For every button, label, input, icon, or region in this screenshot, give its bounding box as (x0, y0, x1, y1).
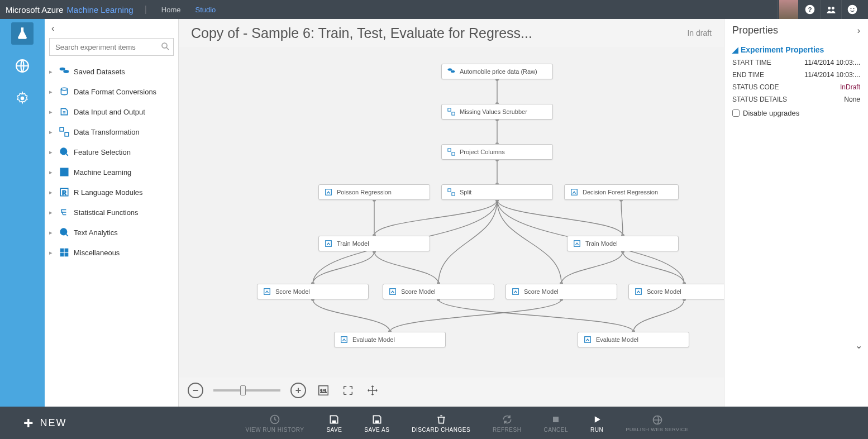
run-button[interactable]: RUN (590, 413, 603, 433)
category-label: Text Analytics (74, 228, 118, 237)
rail-experiments-icon[interactable] (11, 22, 34, 45)
category-label: Data Format Conversions (74, 88, 156, 96)
category-label: Data Transformation (74, 128, 140, 136)
chevron-right-icon: ▸ (49, 68, 55, 75)
category-icon (59, 127, 69, 137)
svg-rect-83 (332, 420, 336, 423)
nav-home[interactable]: Home (158, 6, 184, 14)
node-train-2[interactable]: Train Model (567, 236, 679, 251)
palette-category[interactable]: ▸Data Transformation (49, 122, 174, 142)
palette-category[interactable]: ▸Statistical Functions (49, 202, 174, 222)
palette-category[interactable]: ▸Machine Learning (49, 162, 174, 182)
node-dataset[interactable]: Automobile price data (Raw) (441, 64, 553, 79)
globe-icon (652, 414, 663, 426)
ml-icon (573, 240, 581, 247)
node-score-3[interactable]: Score Model (505, 284, 617, 299)
pan-button[interactable] (365, 383, 380, 398)
brand-divider: | (145, 4, 147, 15)
search-icon[interactable] (160, 41, 170, 54)
node-split[interactable]: Split (441, 184, 553, 200)
node-evaluate-1[interactable]: Evaluate Model (334, 332, 446, 347)
search-input[interactable] (49, 38, 174, 56)
nav-studio[interactable]: Studio (192, 6, 219, 14)
palette-category[interactable]: ▸Data Input and Output (49, 102, 174, 122)
node-score-4[interactable]: Score Model (628, 284, 724, 299)
category-label: Saved Datasets (74, 68, 125, 76)
new-button[interactable]: +NEW (23, 413, 67, 432)
category-label: Data Input and Output (74, 108, 145, 116)
category-label: Miscellaneous (74, 249, 120, 257)
ml-icon (512, 288, 519, 295)
zoom-slider[interactable] (213, 389, 280, 392)
properties-panel: Properties › ◢Experiment Properties STAR… (724, 19, 868, 407)
view-run-history-button[interactable]: VIEW RUN HISTORY (246, 413, 304, 433)
brand-microsoft: Microsoft Azure (6, 5, 63, 15)
experiment-title[interactable]: Copy of - Sample 6: Train, Test, Evaluat… (191, 25, 532, 41)
node-score-1[interactable]: Score Model (257, 284, 369, 299)
refresh-button[interactable]: REFRESH (493, 413, 521, 433)
properties-expand-icon[interactable]: › (857, 26, 860, 36)
chevron-right-icon: ▸ (49, 229, 55, 236)
properties-section-header[interactable]: ◢Experiment Properties (732, 45, 860, 54)
node-poisson[interactable]: Poisson Regression (318, 184, 430, 200)
prop-details-value: None (844, 96, 860, 103)
palette-category[interactable]: ▸Text Analytics (49, 222, 174, 242)
prop-end-value: 11/4/2014 10:03:... (804, 71, 860, 79)
svg-point-4 (847, 5, 857, 15)
disable-upgrades-label: Disable upgrades (743, 109, 799, 117)
prop-start-key: START TIME (732, 59, 771, 66)
ml-icon (570, 188, 578, 196)
zoom-fit-button[interactable] (341, 383, 355, 398)
svg-point-6 (853, 8, 854, 9)
save-button[interactable]: SAVE (326, 413, 342, 433)
svg-point-3 (831, 7, 834, 9)
svg-rect-22 (60, 253, 64, 256)
team-icon[interactable] (820, 0, 841, 19)
palette-category[interactable]: ▸Miscellaneous (49, 242, 174, 263)
svg-rect-21 (65, 249, 68, 252)
palette-category[interactable]: ▸Data Format Conversions (49, 82, 174, 102)
ml-icon (325, 240, 332, 247)
svg-point-63 (451, 70, 455, 73)
rail-web-icon[interactable] (11, 55, 34, 77)
svg-text:R: R (62, 190, 66, 196)
save-as-button[interactable]: SAVE AS (364, 413, 389, 433)
node-score-2[interactable]: Score Model (383, 284, 494, 299)
palette-category[interactable]: ▸Feature Selection (49, 142, 174, 162)
dataset-icon (447, 68, 455, 75)
stop-icon (550, 413, 561, 426)
experiment-canvas[interactable]: Automobile price data (Raw) Missing Valu… (179, 47, 724, 378)
zoom-actual-button[interactable]: 1:1 (316, 383, 331, 398)
chevron-right-icon: ▸ (49, 149, 55, 156)
zoom-in-button[interactable]: + (290, 383, 306, 398)
disable-upgrades-checkbox[interactable] (732, 109, 740, 117)
palette-collapse-icon[interactable]: ‹ (49, 22, 174, 35)
chevron-right-icon: ▸ (49, 169, 55, 176)
disable-upgrades-row[interactable]: Disable upgrades (732, 109, 860, 117)
cancel-button[interactable]: CANCEL (543, 413, 568, 433)
node-evaluate-2[interactable]: Evaluate Model (578, 332, 689, 347)
properties-more-icon[interactable]: ⌄ (855, 340, 862, 351)
palette-category[interactable]: ▸RR Language Modules (49, 182, 174, 202)
palette-category[interactable]: ▸Saved Datasets (49, 61, 174, 82)
node-missing-values[interactable]: Missing Values Scrubber (441, 104, 553, 120)
node-decision-forest[interactable]: Decision Forest Regression (564, 184, 679, 200)
node-train-1[interactable]: Train Model (318, 236, 430, 251)
grid-icon (447, 188, 455, 196)
zoom-out-button[interactable]: − (188, 383, 203, 398)
chevron-right-icon: ▸ (49, 249, 55, 256)
rail-settings-icon[interactable] (11, 87, 34, 109)
category-icon (59, 167, 69, 177)
category-icon (59, 227, 69, 237)
module-palette: ‹ ▸Saved Datasets▸Data Format Conversion… (45, 19, 179, 407)
smile-icon[interactable] (841, 0, 862, 19)
avatar[interactable] (778, 0, 799, 19)
discard-button[interactable]: DISCARD CHANGES (412, 413, 470, 433)
node-project-columns[interactable]: Project Columns (441, 144, 553, 160)
help-icon[interactable]: ? (799, 0, 820, 19)
svg-rect-85 (553, 417, 559, 422)
category-label: Statistical Functions (74, 208, 139, 217)
save-icon (328, 413, 340, 426)
brand: Microsoft Azure Machine Learning (6, 5, 133, 15)
publish-button[interactable]: PUBLISH WEB SERVICE (626, 414, 689, 432)
